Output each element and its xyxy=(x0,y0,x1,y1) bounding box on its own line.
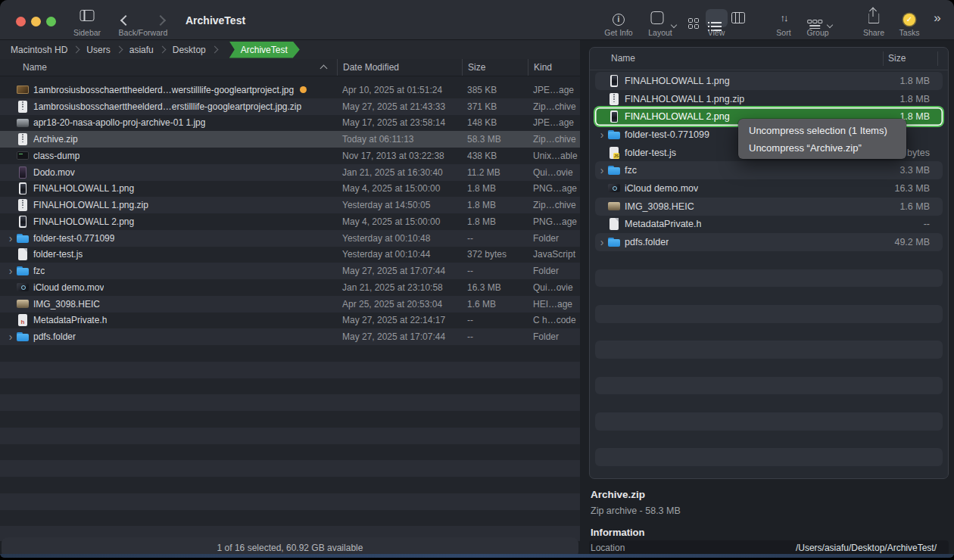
folder-icon xyxy=(608,236,620,248)
date-modified: May 4, 2025 at 15:00:00 xyxy=(337,216,462,227)
info-location-value: /Users/asiafu/Desktop/ArchiveTest/ xyxy=(796,543,937,553)
empty-row xyxy=(0,444,580,461)
view-grid-button[interactable] xyxy=(688,12,699,29)
back-button[interactable] xyxy=(122,14,129,27)
sidebar-toggle-button[interactable] xyxy=(80,10,95,24)
tasks-label: Tasks xyxy=(899,28,920,37)
preview-table-row[interactable]: FINALHOLOWALL 1.png.zip1.8 MB xyxy=(595,90,943,108)
date-modified: Nov 17, 2013 at 03:22:38 xyxy=(337,151,462,161)
png-thumbnail-icon xyxy=(608,110,620,123)
empty-row xyxy=(595,412,943,431)
preview-table-row[interactable]: ›pdfs.folder49.2 MB xyxy=(595,233,943,251)
preview-column-header-row: Name Size xyxy=(590,48,948,70)
column-header-name[interactable]: Name xyxy=(0,59,337,76)
table-row[interactable]: FINALHOLOWALL 1.png.zipYesterday at 14:5… xyxy=(0,197,580,213)
file-name: 1ambrosiusbosschaerttheelderd…erstilllif… xyxy=(33,101,301,112)
file-name: folder-test-0.771099 xyxy=(625,129,709,140)
empty-row xyxy=(595,287,943,305)
breadcrumb-item[interactable]: Macintosh HD xyxy=(11,45,67,55)
column-header-size[interactable]: Size xyxy=(462,59,528,76)
empty-row xyxy=(595,305,943,323)
empty-row xyxy=(0,394,580,411)
movie-wide-thumbnail-icon xyxy=(608,182,620,194)
breadcrumb-item[interactable]: asiafu xyxy=(129,45,154,55)
get-info-button[interactable]: i xyxy=(613,11,625,26)
file-name: pdfs.folder xyxy=(625,237,669,247)
disclosure-chevron-icon[interactable]: › xyxy=(596,238,608,246)
column-header-date-modified[interactable]: Date Modified xyxy=(337,59,462,76)
disclosure-chevron-icon[interactable]: › xyxy=(596,131,608,138)
table-row[interactable]: ›fzcMay 27, 2025 at 17:07:44--Folder xyxy=(0,263,580,279)
double-chevron-right-icon: » xyxy=(934,11,940,25)
modified-dot-icon xyxy=(300,86,307,93)
share-icon xyxy=(868,13,880,23)
zoom-window-button[interactable] xyxy=(46,17,56,26)
share-button[interactable] xyxy=(868,10,880,26)
table-row[interactable]: iCloud demo.movJan 21, 2025 at 23:10:581… xyxy=(0,279,580,296)
column-header-kind[interactable]: Kind xyxy=(528,59,580,76)
column-divider xyxy=(937,51,938,66)
forward-button[interactable] xyxy=(157,14,164,27)
desktop-edge xyxy=(0,554,954,558)
breadcrumb-item-current[interactable]: ArchiveTest xyxy=(229,42,300,58)
table-row[interactable]: folder-test.jsYesterday at 00:10:44372 b… xyxy=(0,247,580,263)
layout-button[interactable] xyxy=(651,11,664,27)
table-row[interactable]: 1ambrosiusbosschaerttheelderd…werstillli… xyxy=(0,82,580,98)
preview-table-row[interactable]: iCloud demo.mov16.3 MB xyxy=(595,179,943,198)
date-modified: May 27, 2025 at 21:43:33 xyxy=(337,101,462,112)
file-name: folder-test.js xyxy=(625,148,676,158)
table-row[interactable]: class-dumpNov 17, 2013 at 03:22:38438 KB… xyxy=(0,148,580,164)
zip-file-icon xyxy=(17,199,29,211)
disclosure-chevron-icon[interactable]: › xyxy=(5,333,17,341)
file-size: 438 KB xyxy=(462,151,528,161)
table-row[interactable]: Archive.zipToday at 06:11:1358.3 MBZip…c… xyxy=(0,131,580,148)
disclosure-chevron-icon[interactable]: › xyxy=(5,267,17,275)
file-kind: HEI…age xyxy=(528,299,580,310)
table-row[interactable]: apr18-20-nasa-apollo-proj-archive-01 1.j… xyxy=(0,115,580,132)
preview-column-header-name[interactable]: Name xyxy=(611,53,635,64)
preview-table-row[interactable]: FINALHOLOWALL 1.png1.8 MB xyxy=(595,72,943,90)
date-modified: Apr 10, 2025 at 01:51:24 xyxy=(337,85,462,95)
context-menu-item[interactable]: Uncompress selection (1 Items) xyxy=(738,122,906,139)
toolbar-overflow-button[interactable]: » xyxy=(934,11,940,25)
sort-button[interactable]: ↑↓ xyxy=(781,11,787,24)
title-bar: Sidebar Back/Forward ArchiveTest i Get I… xyxy=(0,0,954,40)
file-kind: Folder xyxy=(528,266,580,276)
group-button[interactable] xyxy=(807,13,822,29)
file-kind: PNG…age xyxy=(528,216,580,227)
table-row[interactable]: Dodo.movJan 21, 2025 at 16:30:4011.2 MBQ… xyxy=(0,164,580,181)
header-file-icon xyxy=(17,314,29,326)
info-icon: i xyxy=(613,14,625,26)
disclosure-chevron-icon[interactable]: › xyxy=(596,166,608,174)
table-row[interactable]: MetadataPrivate.hMay 27, 2025 at 22:14:1… xyxy=(0,313,580,329)
close-window-button[interactable] xyxy=(16,17,26,26)
date-modified: May 4, 2025 at 15:00:00 xyxy=(337,183,462,194)
date-modified: May 27, 2025 at 17:07:44 xyxy=(337,331,462,342)
chevron-down-icon xyxy=(827,22,833,28)
context-menu-item[interactable]: Uncompress “Archive.zip” xyxy=(738,139,906,157)
view-columns-button[interactable] xyxy=(731,12,745,26)
preview-table-row[interactable]: IMG_3098.HEIC1.6 MB xyxy=(595,198,943,216)
file-kind: Folder xyxy=(528,331,580,342)
preview-table-row[interactable]: ›fzc3.3 MB xyxy=(595,161,943,179)
file-name: FINALHOLOWALL 1.png.zip xyxy=(625,94,744,104)
breadcrumb-item[interactable]: Desktop xyxy=(173,45,206,55)
disclosure-chevron-icon[interactable]: › xyxy=(5,235,17,242)
empty-row xyxy=(595,269,943,288)
preview-column-header-size[interactable]: Size xyxy=(888,53,906,64)
minimize-window-button[interactable] xyxy=(31,17,41,26)
empty-row xyxy=(0,345,580,362)
table-row[interactable]: FINALHOLOWALL 2.pngMay 4, 2025 at 15:00:… xyxy=(0,213,580,230)
table-row[interactable]: ›pdfs.folderMay 27, 2025 at 17:07:44--Fo… xyxy=(0,328,580,345)
columns-view-icon xyxy=(731,12,745,23)
breadcrumb-separator-icon xyxy=(158,46,166,54)
table-row[interactable]: ›folder-test-0.771099Yesterday at 00:10:… xyxy=(0,230,580,247)
breadcrumb-item[interactable]: Users xyxy=(86,45,110,55)
table-row[interactable]: 1ambrosiusbosschaerttheelderd…erstilllif… xyxy=(0,98,580,115)
info-location-label: Location xyxy=(591,543,625,553)
date-modified: May 27, 2025 at 17:07:44 xyxy=(337,266,462,276)
table-row[interactable]: IMG_3098.HEICApr 25, 2025 at 20:53:041.6… xyxy=(0,296,580,313)
table-row[interactable]: FINALHOLOWALL 1.pngMay 4, 2025 at 15:00:… xyxy=(0,181,580,198)
preview-table-row[interactable]: MetadataPrivate.h-- xyxy=(595,216,943,234)
tasks-button[interactable]: ✓ xyxy=(903,11,915,26)
